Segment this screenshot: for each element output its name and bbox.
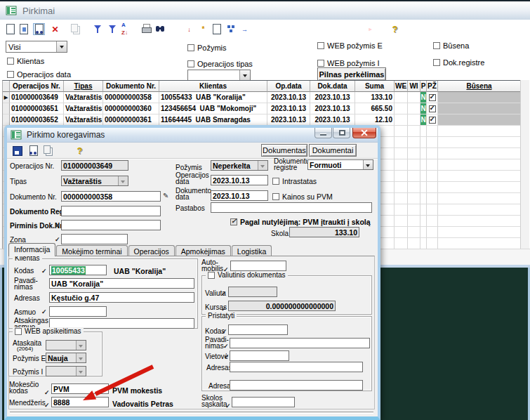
blank-document-icon[interactable] xyxy=(211,23,223,35)
tab-informacija[interactable]: Informacija xyxy=(8,243,55,256)
operacijos-tipas-checkbox[interactable]: Operacijos tipas xyxy=(187,60,253,68)
pozymis-e-dropdown[interactable]: Nauja xyxy=(46,353,86,363)
new-green-book-icon[interactable]: + xyxy=(331,23,343,35)
cell-busena[interactable] xyxy=(438,103,521,114)
kainos-su-pvm-checkbox[interactable]: Kainos su PVM xyxy=(272,192,333,201)
pozymis-checkbox[interactable]: Požymis xyxy=(187,44,227,52)
dokumentu-registre-dropdown[interactable]: Formuoti xyxy=(307,159,373,170)
archive-out-icon[interactable]: ▸ xyxy=(364,23,376,35)
kodas-field[interactable]: 10055433 xyxy=(49,265,107,275)
lookup-check-icon[interactable]: ✓ xyxy=(44,402,50,409)
sort-az-icon[interactable] xyxy=(120,23,132,35)
tab-apmok-jimas[interactable]: Apmokėjimas xyxy=(175,245,231,256)
close-button[interactable] xyxy=(352,128,376,138)
copy-icon[interactable] xyxy=(42,145,54,157)
find-icon[interactable] xyxy=(154,23,166,35)
column-header[interactable]: Op.data xyxy=(267,81,310,92)
lookup-check-icon[interactable]: ✓ xyxy=(221,306,227,313)
cell-p[interactable]: N xyxy=(420,92,427,103)
busena-checkbox[interactable]: Būsena xyxy=(433,41,469,50)
dok-registre-checkbox[interactable]: Dok.registre xyxy=(433,58,484,67)
column-header[interactable]: Operacijos Nr. xyxy=(10,81,64,92)
vertical-scrollbar[interactable] xyxy=(520,80,529,249)
lookup-check-icon[interactable]: ✓ xyxy=(223,266,229,273)
filter-icon[interactable] xyxy=(106,23,118,35)
asmuo-field[interactable] xyxy=(49,306,107,317)
pz-checkbox[interactable] xyxy=(429,105,436,112)
pavadinimas-field[interactable]: UAB "Koralija" xyxy=(49,278,194,289)
view-document-icon[interactable] xyxy=(33,23,45,35)
lookup-check-icon[interactable]: ✓ xyxy=(225,402,231,409)
pilnas-perkelimas-button[interactable]: Pilnas perkėlimas xyxy=(317,67,386,81)
pencil-icon[interactable]: ✎ xyxy=(163,192,168,199)
vietove-field[interactable] xyxy=(230,350,289,361)
save-view-icon[interactable] xyxy=(27,145,39,157)
pz-checkbox[interactable] xyxy=(429,117,436,124)
grid-row[interactable]: ▶010000003649Važtaraštis0000000003581005… xyxy=(3,92,521,103)
tab-mok-jimo-terminai[interactable]: Mokėjimo terminai xyxy=(56,245,127,256)
lookup-check-icon[interactable]: ✓ xyxy=(55,222,60,229)
help-icon[interactable]: ? xyxy=(74,145,86,157)
intrastatas-checkbox[interactable]: Intrastatas xyxy=(272,177,317,185)
help-icon[interactable]: ? xyxy=(389,23,401,35)
send-to-window-icon[interactable]: → xyxy=(239,23,251,35)
cell-klientas[interactable]: 10055433 UAB "Koralija" xyxy=(159,92,267,103)
export-red-book-icon[interactable]: ↑ xyxy=(294,23,306,35)
pozymis-dropdown[interactable]: Neperkelta xyxy=(211,160,268,171)
lookup-check-icon[interactable]: ✓ xyxy=(44,389,50,396)
dokumento-data-field[interactable]: 2023.10.13 xyxy=(211,190,268,201)
web-pozymis-i-checkbox[interactable]: WEB požymis I xyxy=(317,59,380,67)
red-book-icon[interactable] xyxy=(259,23,271,35)
lookup-check-icon[interactable]: ✓ xyxy=(41,308,47,315)
column-header[interactable]: Klientas xyxy=(159,81,267,92)
cell-dokdata[interactable]: 2023.10.13 xyxy=(310,92,355,103)
web-pozymis-e-checkbox[interactable]: WEB požymis E xyxy=(317,41,383,50)
cell-suma[interactable]: 12.10 xyxy=(355,114,395,126)
adresas2-field[interactable] xyxy=(230,380,363,391)
automobilis-field[interactable] xyxy=(230,261,286,271)
grid-row[interactable]: 010000003651Važtaraštis00000000036012345… xyxy=(3,103,521,114)
pirminis-dok-nr-field[interactable] xyxy=(61,220,161,230)
grid-row[interactable]: 010000003652Važtaraštis00000000036111664… xyxy=(3,114,521,126)
cell-pz[interactable] xyxy=(427,92,438,103)
save-icon[interactable] xyxy=(11,145,23,157)
valiutinis-dokumentas-group-label[interactable]: Valiutinis dokumentas xyxy=(206,271,288,279)
checkbox-icon[interactable] xyxy=(208,272,215,279)
minimize-button[interactable] xyxy=(314,128,332,138)
import-document-icon[interactable]: ↓ xyxy=(183,23,195,35)
cell-dokdata[interactable]: 2023.10.13 xyxy=(310,114,355,126)
column-header[interactable]: Būsena xyxy=(438,81,521,92)
cell-p[interactable]: N xyxy=(420,114,427,126)
lookup-check-icon[interactable]: ✓ xyxy=(41,268,47,275)
new-document-icon[interactable] xyxy=(4,23,16,35)
archive-in-icon[interactable]: ◂ xyxy=(351,23,363,35)
cell-dokdata[interactable]: 2023.10.13 xyxy=(310,103,355,114)
chevron-down-icon[interactable] xyxy=(56,41,67,52)
cell-opnr[interactable]: 010000003651 xyxy=(10,103,64,114)
column-header[interactable]: WI xyxy=(408,81,420,92)
filter-apply-icon[interactable] xyxy=(91,23,103,35)
dokumento-reg-field[interactable] xyxy=(61,206,161,216)
operacijos-data-field[interactable]: 2023.10.13 xyxy=(211,175,268,185)
cell-pz[interactable] xyxy=(427,114,438,126)
cell-opnr[interactable]: 010000003652 xyxy=(10,114,64,126)
cell-wi[interactable] xyxy=(408,103,420,114)
cell-busena[interactable] xyxy=(438,114,521,126)
cell-doknr[interactable]: 000000000361 xyxy=(103,114,159,126)
lookup-check-icon[interactable]: ✓ xyxy=(55,236,60,243)
column-header[interactable]: Dok.data xyxy=(310,81,355,92)
dokumento-nr-field[interactable]: 000000000358 xyxy=(61,191,161,202)
cell-wi[interactable] xyxy=(408,92,420,103)
delete-icon[interactable]: ✕ xyxy=(49,23,61,35)
cell-opdata[interactable]: 2023.10.13 xyxy=(267,103,310,114)
pz-checkbox[interactable] xyxy=(429,94,436,101)
adresas-field[interactable]: Kęstučio g.47 xyxy=(49,292,194,303)
ataskaita-dropdown[interactable] xyxy=(46,340,86,350)
lookup-check-icon[interactable]: ✓ xyxy=(223,343,229,350)
web-apsikeitimas-group-label[interactable]: WEB apsikeitimas xyxy=(13,327,84,335)
tab-operacijos[interactable]: Operacijos xyxy=(128,245,175,256)
column-header[interactable]: WE xyxy=(395,81,408,92)
new-import-icon[interactable]: * xyxy=(197,23,209,35)
print-icon[interactable] xyxy=(140,23,152,35)
chevron-down-icon[interactable] xyxy=(239,70,250,81)
